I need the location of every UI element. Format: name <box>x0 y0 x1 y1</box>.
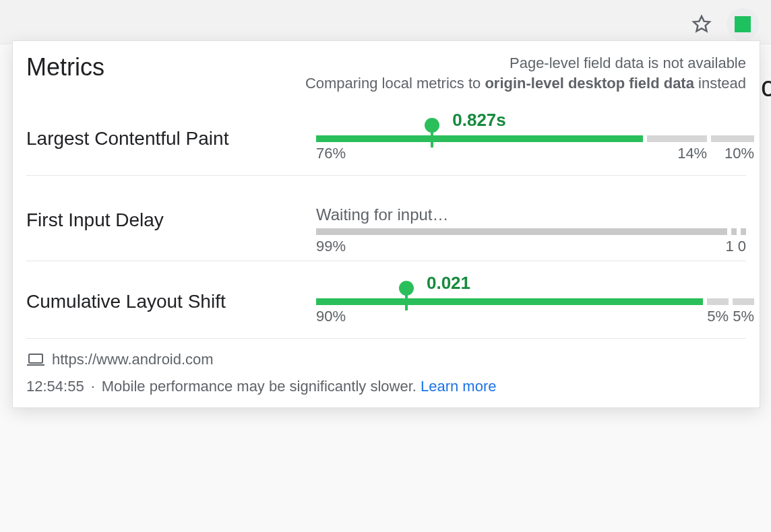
background-page-glyph-right: c <box>761 71 771 103</box>
bar-seg-ni <box>731 228 737 235</box>
bar-seg-poor: 5% <box>733 298 754 305</box>
note-line-1: Page-level field data is not available <box>305 53 746 73</box>
panel-title: Metrics <box>26 53 104 81</box>
metric-value-lcp: 0.827s <box>452 110 506 131</box>
metric-bar-lcp: 76% 14% 10% <box>316 135 746 142</box>
pct-poor: 5% <box>733 308 754 325</box>
pct-good: 90% <box>316 308 346 325</box>
metric-label-fid: First Input Delay <box>26 209 296 231</box>
panel-footer: https://www.android.com 12:54:55·Mobile … <box>26 339 746 401</box>
bar-seg-ni: 5% <box>707 298 729 305</box>
note-line-2-suffix: instead <box>694 75 746 92</box>
laptop-icon <box>26 353 45 366</box>
footer-note-line: 12:54:55·Mobile performance may be signi… <box>26 378 746 395</box>
svg-rect-0 <box>29 354 42 363</box>
bar-seg-good: 90% <box>316 298 703 305</box>
footer-url-line: https://www.android.com <box>26 351 746 368</box>
note-line-2-prefix: Comparing local metrics to <box>305 75 485 92</box>
web-vitals-panel: Metrics Page-level field data is not ava… <box>12 40 760 408</box>
viewport: t c Metrics Page-level field data is not… <box>0 0 771 532</box>
bar-seg-good: 99% <box>316 228 727 235</box>
metric-value-cls: 0.021 <box>427 273 470 294</box>
metric-bar-fid: 99% 1 0 <box>316 228 746 235</box>
note-line-2: Comparing local metrics to origin-level … <box>305 73 746 94</box>
note-line-2-bold: origin-level desktop field data <box>485 75 694 92</box>
toolbar-right <box>691 8 759 40</box>
bookmark-star-icon[interactable] <box>691 14 712 34</box>
metric-body-cls: 0.021 90% 5% 5% <box>316 298 746 305</box>
pct-good: 99% <box>316 238 346 255</box>
footer-url: https://www.android.com <box>52 351 214 368</box>
metric-body-fid: Waiting for input… 99% 1 0 <box>316 205 746 235</box>
pct-poor: 10% <box>724 145 754 162</box>
metric-row-fid: First Input Delay Waiting for input… 99%… <box>26 176 746 261</box>
bar-seg-poor: 10% <box>711 135 754 142</box>
metric-bar-cls: 90% 5% 5% <box>316 298 746 305</box>
footer-time: 12:54:55 <box>26 378 84 395</box>
learn-more-link[interactable]: Learn more <box>421 378 497 395</box>
metric-row-cls: Cumulative Layout Shift 0.021 90% 5% 5% <box>26 261 746 339</box>
browser-toolbar-bg <box>0 0 771 44</box>
pct-ni: 5% <box>707 308 729 325</box>
pct-right-fid: 1 0 <box>725 238 746 255</box>
panel-note: Page-level field data is not available C… <box>305 53 746 93</box>
panel-header: Metrics Page-level field data is not ava… <box>26 41 746 98</box>
metric-marker-cls <box>405 293 408 310</box>
footer-note: Mobile performance may be significantly … <box>102 378 417 395</box>
pct-ni: 14% <box>677 145 707 162</box>
bar-seg-ni: 14% <box>647 135 707 142</box>
metric-marker-lcp <box>431 130 433 147</box>
web-vitals-ext-icon <box>735 16 751 32</box>
metric-label-cls: Cumulative Layout Shift <box>26 291 296 312</box>
metric-label-lcp: Largest Contentful Paint <box>26 128 296 149</box>
separator: · <box>91 378 95 395</box>
metric-waiting-fid: Waiting for input… <box>316 205 746 224</box>
bar-seg-poor: 1 0 <box>741 228 746 235</box>
pct-good: 76% <box>316 145 346 162</box>
metric-row-lcp: Largest Contentful Paint 0.827s 76% 14% … <box>26 98 746 176</box>
extension-badge[interactable] <box>727 8 759 40</box>
bar-seg-good: 76% <box>316 135 643 142</box>
metric-body-lcp: 0.827s 76% 14% 10% <box>316 135 746 142</box>
